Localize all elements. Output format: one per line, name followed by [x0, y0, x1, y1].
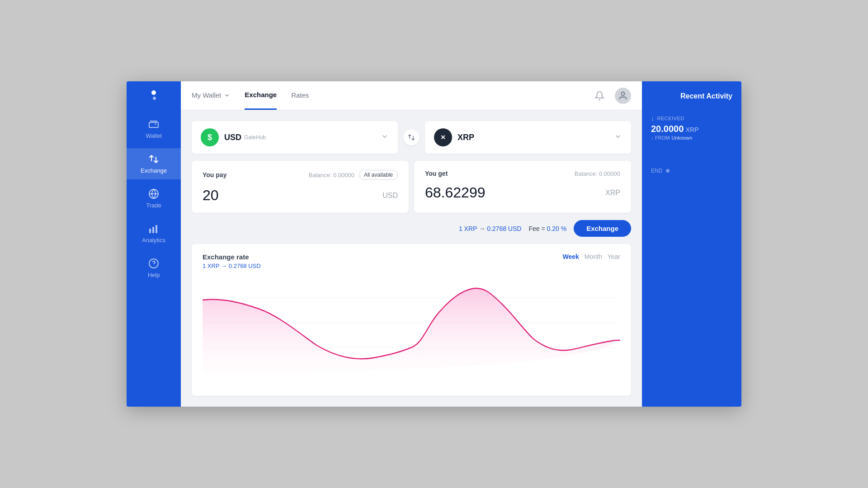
swap-button[interactable] — [403, 129, 420, 145]
nav-exchange[interactable]: Exchange — [245, 81, 277, 110]
trade-icon — [148, 188, 159, 199]
nav-rates[interactable]: Rates — [291, 81, 309, 110]
sidebar-item-trade-label: Trade — [146, 202, 161, 209]
activity-received-label: ↓ RECEIVED — [651, 115, 732, 122]
from-amount-value: 20 — [203, 187, 219, 204]
period-month[interactable]: Month — [585, 253, 602, 260]
to-amount-value: 68.62299 — [425, 184, 485, 201]
period-week[interactable]: Week — [562, 253, 579, 260]
header-nav: My Wallet Exchange Rates — [192, 81, 309, 110]
body: $ USD GateHub ✕ — [181, 110, 642, 407]
chevron-down-icon — [224, 92, 230, 99]
header: My Wallet Exchange Rates — [181, 81, 642, 110]
chart-header: Exchange rate 1 XRP → 0.2768 USD Week Mo… — [203, 253, 620, 269]
sidebar-item-wallet[interactable]: Wallet — [127, 113, 181, 145]
activity-item: ↓ RECEIVED 20.0000 XRP ↓ FROM Unknown — [651, 115, 732, 141]
app-window: Wallet Exchange Trade — [127, 81, 741, 407]
nav-my-wallet[interactable]: My Wallet — [192, 81, 230, 110]
user-avatar[interactable] — [615, 88, 631, 104]
you-get-card: You get Balance: 0.00000 68.62299 XRP — [414, 161, 631, 213]
activity-from-row: ↓ FROM Unknown — [651, 135, 732, 141]
user-icon — [618, 91, 628, 101]
from-currency-issuer: GateHub — [244, 134, 266, 141]
swap-icon — [407, 133, 415, 141]
sidebar-nav: Wallet Exchange Trade — [127, 113, 181, 284]
you-get-header: You get Balance: 0.00000 — [425, 170, 620, 177]
from-balance-area: Balance: 0.00000 All available — [309, 170, 398, 180]
from-amount-currency: USD — [382, 192, 398, 200]
from-chevron-icon: ↓ — [651, 136, 653, 141]
rate-row: 1 XRP → 0.2768 USD Fee = 0.20 % Exchange — [192, 220, 631, 237]
currency-selector-row: $ USD GateHub ✕ — [192, 121, 631, 154]
svg-point-7 — [621, 92, 624, 95]
sidebar-item-analytics-label: Analytics — [142, 237, 165, 244]
usd-icon: $ — [201, 128, 219, 146]
sidebar: Wallet Exchange Trade — [127, 81, 181, 407]
chart-subtitle-to: 0.2768 USD — [229, 263, 261, 269]
end-dot-icon — [666, 169, 670, 173]
to-chevron-down-icon — [614, 132, 622, 142]
svg-rect-3 — [152, 227, 154, 233]
chart-subtitle: 1 XRP → 0.2768 USD — [203, 263, 261, 269]
from-chevron-down-icon — [381, 132, 389, 142]
notification-bell[interactable] — [591, 88, 608, 104]
chart-title: Exchange rate — [203, 253, 261, 261]
sidebar-item-trade[interactable]: Trade — [127, 183, 181, 214]
from-amount-row: 20 USD — [203, 187, 398, 204]
chart-title-area: Exchange rate 1 XRP → 0.2768 USD — [203, 253, 261, 269]
exchange-icon — [148, 154, 159, 164]
chart-card: Exchange rate 1 XRP → 0.2768 USD Week Mo… — [192, 244, 631, 396]
down-arrow-icon: ↓ — [651, 115, 655, 122]
logo — [151, 90, 156, 100]
svg-rect-2 — [149, 229, 151, 233]
balance-text: Balance: 0.00000 — [309, 172, 354, 178]
logo-dot-2 — [153, 97, 156, 100]
recent-activity-title: Recent Activity — [651, 92, 732, 100]
rate-info: 1 XRP → 0.2768 USD — [459, 225, 522, 232]
you-pay-label: You pay — [203, 171, 226, 178]
you-pay-card: You pay Balance: 0.00000 All available 2… — [192, 161, 409, 213]
sidebar-item-analytics[interactable]: Analytics — [127, 218, 181, 249]
chart-area-fill — [203, 288, 614, 372]
rate-to: 0.2768 USD — [487, 225, 521, 232]
wallet-icon — [148, 119, 159, 130]
chart-period-selector: Week Month Year — [562, 253, 620, 260]
main-content: My Wallet Exchange Rates — [181, 81, 642, 407]
help-icon — [148, 258, 159, 269]
period-year[interactable]: Year — [608, 253, 620, 260]
chart-subtitle-from: 1 XRP — [203, 263, 220, 269]
to-balance-area: Balance: 0.00000 — [575, 170, 620, 177]
sidebar-item-exchange-label: Exchange — [141, 167, 167, 174]
activity-end: END — [651, 168, 732, 174]
rate-arrow: → — [479, 225, 487, 232]
you-get-label: You get — [425, 170, 448, 177]
to-balance-text: Balance: 0.00000 — [575, 170, 620, 177]
all-available-button[interactable]: All available — [359, 170, 398, 180]
exchange-rate-chart — [203, 273, 620, 372]
activity-amount-row: 20.0000 XRP — [651, 124, 732, 134]
activity-from-value: Unknown — [671, 135, 692, 141]
fee-label: Fee = — [528, 225, 545, 232]
to-amount-currency: XRP — [605, 189, 620, 197]
sidebar-item-help-label: Help — [148, 272, 160, 278]
fee-info: Fee = 0.20 % — [528, 225, 566, 232]
activity-amount-value: 20.0000 — [651, 124, 684, 134]
chart-arrow-icon: → — [221, 263, 229, 269]
to-currency-selector[interactable]: ✕ XRP — [425, 121, 631, 154]
you-pay-header: You pay Balance: 0.00000 All available — [203, 170, 398, 180]
fee-value: 0.20 % — [547, 225, 567, 232]
from-balance-value: 0.00000 — [333, 172, 354, 178]
to-balance-value: 0.00000 — [599, 170, 620, 177]
rate-from: 1 XRP — [459, 225, 477, 232]
sidebar-item-exchange[interactable]: Exchange — [127, 148, 181, 179]
chart-svg — [203, 273, 620, 372]
logo-dot-1 — [151, 90, 156, 95]
bell-icon — [594, 91, 604, 101]
exchange-button[interactable]: Exchange — [574, 220, 631, 237]
activity-currency: XRP — [686, 126, 699, 133]
sidebar-item-help[interactable]: Help — [127, 253, 181, 284]
from-currency-selector[interactable]: $ USD GateHub — [192, 121, 398, 154]
svg-rect-4 — [156, 225, 157, 233]
header-right — [591, 88, 631, 104]
analytics-icon — [148, 223, 159, 234]
